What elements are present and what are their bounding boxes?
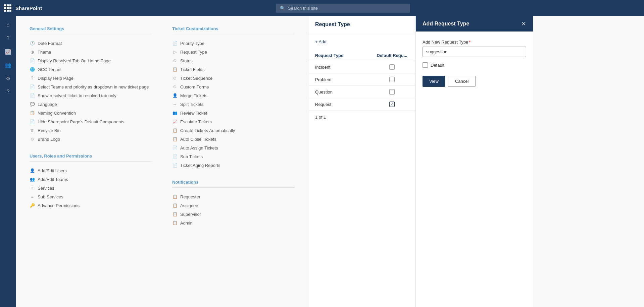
checkbox-request[interactable]: ✓: [389, 102, 395, 107]
add-edit-users-label: Add/Edit Users: [38, 168, 67, 173]
settings-item-show-resolved[interactable]: 📄 Show resolved ticket in resolved tab o…: [30, 91, 152, 100]
settings-item-theme[interactable]: ◑ Theme: [30, 48, 152, 56]
settings-item-gcc-tenant[interactable]: 🌐 GCC Tenant: [30, 65, 152, 74]
settings-item-auto-close[interactable]: 📋 Auto Close Tickets: [172, 135, 295, 143]
naming-label: Naming Convention: [38, 111, 76, 116]
escalate-tickets-icon: 📈: [172, 119, 178, 124]
gcc-tenant-icon: 🌐: [30, 67, 35, 72]
search-bar[interactable]: 🔍: [276, 4, 410, 13]
recycle-bin-icon: 🗑: [30, 128, 35, 133]
row-default-request[interactable]: ✓: [375, 102, 409, 107]
sidebar-gear[interactable]: ⚙: [2, 72, 14, 84]
custom-forms-icon: ⊙: [172, 84, 178, 89]
settings-item-admin[interactable]: 📋 Admin: [172, 219, 295, 227]
language-label: Language: [38, 102, 57, 107]
settings-item-escalate-tickets[interactable]: 📈 Escalate Tickets: [172, 117, 295, 126]
default-checkbox[interactable]: [423, 62, 428, 68]
checkbox-question[interactable]: [389, 89, 395, 95]
custom-forms-label: Custom Forms: [180, 84, 209, 89]
row-default-incident[interactable]: [375, 64, 409, 70]
settings-item-priority-type[interactable]: 📄 Priority Type: [172, 39, 295, 48]
default-label: Default: [431, 63, 444, 68]
sidebar-question[interactable]: ?: [2, 32, 14, 44]
request-type-panel: Request Type + Add Request Type Default …: [308, 16, 415, 307]
users-roles-section: Users, Roles and Permissions 👤 Add/Edit …: [30, 154, 152, 210]
settings-item-ticket-aging[interactable]: 📄 Ticket Aging Reports: [172, 161, 295, 170]
request-type-table-header: Request Type Default Requ...: [308, 50, 415, 61]
settings-item-teams-priority[interactable]: 📄 Select Teams and priority as dropdown …: [30, 82, 152, 91]
view-button[interactable]: View: [423, 76, 445, 87]
settings-item-add-edit-users[interactable]: 👤 Add/Edit Users: [30, 166, 152, 175]
settings-item-status[interactable]: ⊙ Status: [172, 56, 295, 65]
settings-item-split-tickets[interactable]: ↔ Split Tickets: [172, 100, 295, 109]
settings-item-naming[interactable]: 📋 Naming Convention: [30, 109, 152, 117]
settings-item-create-tickets-auto[interactable]: 📋 Create Tickets Automatically: [172, 126, 295, 135]
settings-item-recycle-bin[interactable]: 🗑 Recycle Bin: [30, 126, 152, 135]
settings-item-ticket-fields[interactable]: 📋 Ticket Fields: [172, 65, 295, 74]
hide-components-icon: 📄: [30, 119, 35, 124]
checkbox-incident[interactable]: [389, 64, 395, 70]
settings-item-merge-tickets[interactable]: 👤 Merge Tickets: [172, 91, 295, 100]
row-default-question[interactable]: [375, 89, 409, 95]
settings-item-custom-forms[interactable]: ⊙ Custom Forms: [172, 82, 295, 91]
settings-item-hide-components[interactable]: 📄 Hide Sharepoint Page's Default Compone…: [30, 117, 152, 126]
brand-logo-icon: ⊙: [30, 136, 35, 142]
settings-item-auto-assign[interactable]: 📄 Auto Assign Tickets: [172, 143, 295, 152]
add-panel-title: Add Request Type: [423, 21, 469, 27]
add-edit-teams-label: Add/Edit Teams: [38, 177, 68, 182]
sidebar-home[interactable]: ⌂: [2, 19, 14, 31]
add-request-type-button[interactable]: + Add: [315, 37, 327, 46]
settings-item-request-type[interactable]: ▷ Request Type: [172, 48, 295, 56]
settings-item-review-ticket[interactable]: 👥 Review Ticket: [172, 109, 295, 117]
settings-right-col: Ticket Customizations 📄 Priority Type ▷ …: [172, 26, 295, 237]
settings-item-assignee[interactable]: 📋 Assignee: [172, 201, 295, 210]
settings-item-ticket-sequence[interactable]: ⊙ Ticket Sequence: [172, 74, 295, 82]
settings-item-services[interactable]: ≡ Services: [30, 184, 152, 192]
split-tickets-label: Split Tickets: [180, 102, 203, 107]
settings-item-supervisor[interactable]: 📋 Supervisor: [172, 210, 295, 219]
row-type-incident: Incident: [315, 65, 375, 70]
settings-item-date-format[interactable]: 🕐 Date Format: [30, 39, 152, 48]
settings-item-language[interactable]: 💬 Language: [30, 100, 152, 109]
users-roles-title: Users, Roles and Permissions: [30, 154, 152, 162]
add-new-request-type-label: Add New Request Type*: [423, 40, 526, 45]
checkbox-problem[interactable]: [389, 77, 395, 82]
show-resolved-label: Show resolved ticket in resolved tab onl…: [38, 93, 116, 98]
add-panel-header: Add Request Type ✕: [416, 16, 533, 32]
col-default-header: Default Requ...: [375, 53, 409, 58]
settings-item-advance-permissions[interactable]: 🔑 Advance Permissions: [30, 201, 152, 210]
add-panel-body: Add New Request Type* Default View Cance…: [416, 32, 533, 95]
app-launcher-icon[interactable]: [4, 4, 11, 12]
form-buttons: View Cancel: [423, 76, 526, 87]
create-tickets-auto-icon: 📋: [172, 128, 178, 133]
request-type-icon: ▷: [172, 49, 178, 55]
sidebar-help[interactable]: ?: [2, 86, 14, 98]
escalate-tickets-label: Escalate Tickets: [180, 119, 212, 124]
row-type-question: Question: [315, 89, 375, 95]
add-new-request-type-input[interactable]: [423, 47, 526, 57]
settings-item-sub-tickets[interactable]: 📄 Sub Tickets: [172, 152, 295, 161]
settings-item-add-edit-teams[interactable]: 👥 Add/Edit Teams: [30, 175, 152, 184]
sidebar-chart[interactable]: 📈: [2, 46, 14, 58]
default-checkbox-row: Default: [423, 62, 526, 68]
settings-item-display-resolved[interactable]: 📄 Display Resolved Tab On Home Page: [30, 56, 152, 65]
row-default-problem[interactable]: [375, 77, 409, 82]
settings-item-sub-services[interactable]: ≡ Sub Services: [30, 192, 152, 201]
settings-item-help-page[interactable]: ? Display Help Page: [30, 74, 152, 82]
ticket-customizations-title: Ticket Customizations: [172, 26, 295, 34]
admin-icon: 📋: [172, 220, 178, 226]
search-input[interactable]: [288, 6, 406, 11]
settings-item-brand-logo[interactable]: ⊙ Brand Logo: [30, 135, 152, 143]
merge-tickets-label: Merge Tickets: [180, 93, 207, 98]
cancel-button[interactable]: Cancel: [448, 76, 476, 87]
sub-tickets-icon: 📄: [172, 154, 178, 159]
settings-panel: General Settings 🕐 Date Format ◑ Theme 📄…: [16, 16, 308, 307]
assignee-icon: 📋: [172, 203, 178, 208]
theme-label: Theme: [38, 50, 51, 55]
close-add-panel-button[interactable]: ✕: [521, 21, 526, 27]
settings-item-requester[interactable]: 📋 Requester: [172, 192, 295, 201]
sidebar-people[interactable]: 👥: [2, 59, 14, 71]
row-type-request: Request: [315, 102, 375, 107]
split-tickets-icon: ↔: [172, 102, 178, 107]
row-type-problem: Problem: [315, 77, 375, 82]
